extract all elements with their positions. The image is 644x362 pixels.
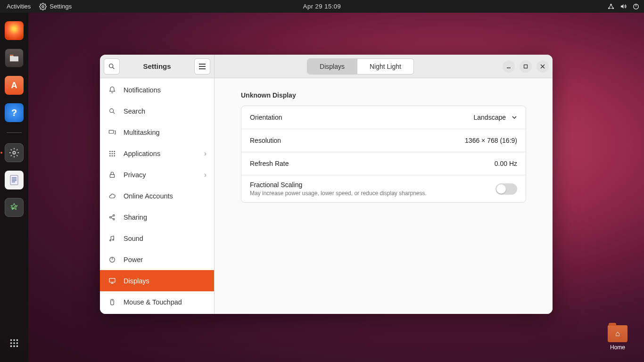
mouse-icon — [107, 298, 117, 306]
search-button[interactable] — [104, 58, 120, 74]
activities-button[interactable]: Activities — [7, 3, 31, 10]
settings-panel: Unknown Display Orientation Landscape Re… — [215, 78, 553, 314]
sidebar-item-label: Power — [124, 256, 143, 263]
svg-point-26 — [114, 153, 115, 154]
desktop-home-folder[interactable]: Home — [603, 325, 632, 351]
grid-icon — [107, 150, 117, 157]
sidebar-item-mouse[interactable]: Mouse & Touchpad — [100, 291, 214, 313]
settings-window: Settings Displays Night Light Notificati… — [100, 55, 553, 314]
fractional-scaling-toggle[interactable] — [495, 183, 517, 195]
dock-texteditor[interactable] — [5, 171, 24, 189]
fractional-sublabel: May increase power usage, lower speed, o… — [250, 190, 427, 197]
svg-point-35 — [113, 239, 114, 240]
display-settings-card: Orientation Landscape Resolution 1366 × … — [241, 106, 526, 203]
desktop-home-label: Home — [603, 344, 632, 351]
share-icon — [107, 214, 117, 221]
refresh-label: Refresh Rate — [250, 160, 289, 167]
clock[interactable]: Apr 29 15:09 — [303, 3, 341, 10]
tab-night-light[interactable]: Night Light — [357, 59, 413, 74]
power-icon — [107, 256, 117, 263]
svg-point-6 — [13, 151, 16, 154]
power-icon — [633, 3, 639, 10]
svg-rect-30 — [110, 174, 114, 177]
tab-displays[interactable]: Displays — [307, 59, 357, 74]
window-header: Settings Displays Night Light — [100, 55, 553, 78]
panel-heading: Unknown Display — [241, 91, 526, 99]
lock-icon — [107, 171, 117, 179]
svg-point-10 — [17, 339, 18, 341]
svg-point-13 — [17, 342, 18, 344]
svg-point-1 — [610, 3, 612, 5]
row-fractional-scaling: Fractional Scaling May increase power us… — [241, 175, 526, 202]
sidebar-item-power[interactable]: Power — [100, 249, 214, 270]
svg-point-15 — [13, 346, 15, 347]
display-icon — [107, 277, 117, 285]
sidebar-item-multitasking[interactable]: Multitasking — [100, 122, 214, 143]
dock-firefox[interactable] — [5, 21, 24, 40]
dock-trash[interactable] — [5, 198, 24, 217]
fractional-label: Fractional Scaling — [250, 181, 427, 189]
row-refresh-rate: Refresh Rate 0.00 Hz — [241, 152, 526, 175]
folder-icon — [608, 325, 627, 342]
svg-point-34 — [110, 239, 111, 241]
close-button[interactable] — [537, 60, 549, 73]
dock: A ? — [0, 13, 28, 362]
row-orientation[interactable]: Orientation Landscape — [241, 106, 526, 129]
sidebar-item-privacy[interactable]: Privacy› — [100, 164, 214, 185]
sidebar-title: Settings — [124, 62, 190, 70]
svg-point-12 — [13, 342, 15, 344]
svg-point-22 — [112, 151, 113, 152]
svg-point-3 — [612, 7, 614, 9]
svg-point-2 — [608, 7, 610, 9]
resolution-label: Resolution — [250, 137, 281, 144]
orientation-label: Orientation — [250, 114, 282, 121]
sidebar-item-search[interactable]: Search — [100, 100, 214, 122]
row-resolution[interactable]: Resolution 644 × 362 (16:9) — [241, 129, 526, 152]
sidebar-item-label: Privacy — [124, 171, 146, 179]
sidebar-item-sharing[interactable]: Sharing — [100, 206, 214, 228]
sidebar-item-label: Notifications — [124, 86, 161, 94]
svg-point-28 — [112, 155, 113, 156]
svg-point-27 — [109, 155, 111, 156]
svg-point-9 — [13, 339, 15, 341]
svg-rect-5 — [10, 55, 13, 56]
chevron-right-icon: › — [204, 171, 206, 179]
sidebar-item-sound[interactable]: Sound — [100, 228, 214, 249]
multitask-icon — [107, 129, 117, 136]
sidebar-item-applications[interactable]: Applications› — [100, 143, 214, 164]
sidebar-item-notifications[interactable]: Notifications — [100, 79, 214, 100]
gear-icon — [39, 3, 47, 10]
svg-rect-7 — [10, 175, 18, 185]
network-icon — [608, 3, 614, 10]
sidebar-item-label: Multitasking — [124, 129, 160, 136]
app-menu-label: Settings — [50, 3, 72, 10]
view-switcher: Displays Night Light — [307, 58, 414, 74]
svg-point-21 — [109, 151, 111, 152]
sidebar-item-label: Sharing — [124, 214, 147, 221]
maximize-button[interactable] — [520, 60, 532, 73]
svg-rect-37 — [109, 278, 115, 282]
bell-icon — [107, 86, 117, 94]
show-applications[interactable] — [5, 334, 24, 353]
dock-settings[interactable] — [5, 143, 24, 162]
svg-point-11 — [10, 342, 12, 344]
dock-files[interactable] — [5, 49, 24, 67]
chevron-down-icon — [512, 115, 517, 120]
sidebar-item-online-accounts[interactable]: Online Accounts — [100, 185, 214, 206]
dock-help[interactable]: ? — [5, 103, 24, 122]
hamburger-menu[interactable] — [194, 58, 210, 74]
volume-icon — [620, 3, 627, 10]
dock-software[interactable]: A — [5, 76, 24, 95]
minimize-button[interactable] — [503, 60, 515, 73]
svg-rect-20 — [109, 130, 113, 133]
svg-point-17 — [109, 64, 113, 67]
chevron-right-icon: › — [204, 149, 206, 158]
refresh-value: 0.00 Hz — [495, 160, 517, 167]
status-area[interactable] — [608, 3, 644, 10]
top-bar: Activities Settings Apr 29 15:09 — [0, 0, 644, 13]
svg-point-25 — [112, 153, 113, 154]
sidebar-item-displays[interactable]: Displays — [100, 270, 214, 291]
svg-point-19 — [110, 108, 114, 112]
app-menu[interactable]: Settings — [39, 3, 72, 10]
cloud-icon — [107, 192, 117, 200]
